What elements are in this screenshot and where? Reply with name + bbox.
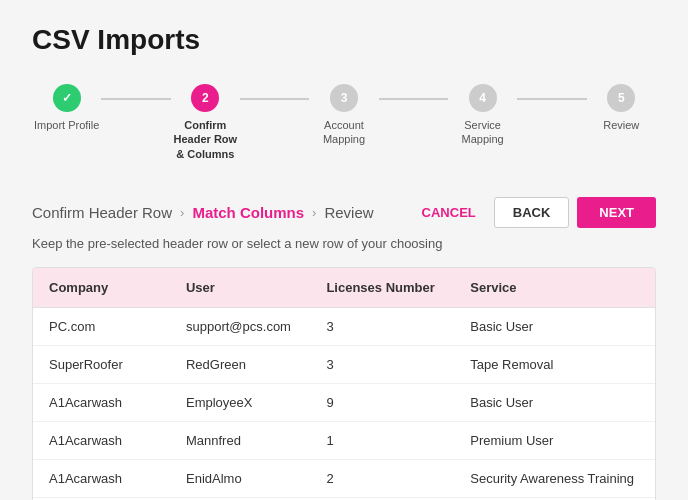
cell-r3-c2: 1 — [310, 421, 454, 459]
cell-r1-c0: SuperRoofer — [33, 345, 170, 383]
cell-r3-c3: Premium User — [454, 421, 655, 459]
next-button[interactable]: NEXT — [577, 197, 656, 228]
action-buttons: CANCEL BACK NEXT — [412, 197, 656, 228]
col-header-user: User — [170, 268, 310, 308]
step-circle-2: 2 — [191, 84, 219, 112]
cell-r1-c3: Tape Removal — [454, 345, 655, 383]
col-header-company: Company — [33, 268, 170, 308]
col-header-service: Service — [454, 268, 655, 308]
step-circle-1: ✓ — [53, 84, 81, 112]
cell-r1-c1: RedGreen — [170, 345, 310, 383]
breadcrumb-sep-2: › — [312, 205, 316, 220]
sub-text: Keep the pre-selected header row or sele… — [32, 236, 656, 251]
cell-r4-c0: A1Acarwash — [33, 459, 170, 497]
step-account-mapping: 3 Account Mapping — [309, 84, 378, 147]
cell-r1-c2: 3 — [310, 345, 454, 383]
table-header-row: Company User Licenses Number Service — [33, 268, 655, 308]
breadcrumb-item-3: Review — [324, 204, 373, 221]
page-container: CSV Imports ✓ Import Profile 2 Confirm H… — [0, 0, 688, 500]
table-container: Company User Licenses Number Service PC.… — [32, 267, 656, 500]
cancel-button[interactable]: CANCEL — [412, 199, 486, 226]
cell-r2-c2: 9 — [310, 383, 454, 421]
step-service-mapping: 4 Service Mapping — [448, 84, 517, 147]
cell-r4-c1: EnidAlmo — [170, 459, 310, 497]
page-title: CSV Imports — [32, 24, 656, 56]
cell-r2-c1: EmployeeX — [170, 383, 310, 421]
step-confirm-header: 2 Confirm Header Row & Columns — [171, 84, 240, 161]
stepper: ✓ Import Profile 2 Confirm Header Row & … — [32, 84, 656, 161]
table-row: A1AcarwashEnidAlmo2Security Awareness Tr… — [33, 459, 655, 497]
table-row: A1AcarwashMannfred1Premium User — [33, 421, 655, 459]
breadcrumb-item-1: Confirm Header Row — [32, 204, 172, 221]
cell-r0-c3: Basic User — [454, 307, 655, 345]
step-circle-5: 5 — [607, 84, 635, 112]
breadcrumb-item-2: Match Columns — [192, 204, 304, 221]
cell-r2-c3: Basic User — [454, 383, 655, 421]
data-table: Company User Licenses Number Service PC.… — [33, 268, 655, 500]
connector-2 — [240, 98, 309, 100]
table-row: A1AcarwashEmployeeX9Basic User — [33, 383, 655, 421]
col-header-licenses: Licenses Number — [310, 268, 454, 308]
table-row: SuperRooferRedGreen3Tape Removal — [33, 345, 655, 383]
cell-r0-c0: PC.com — [33, 307, 170, 345]
connector-3 — [379, 98, 448, 100]
cell-r2-c0: A1Acarwash — [33, 383, 170, 421]
cell-r0-c1: support@pcs.com — [170, 307, 310, 345]
cell-r3-c0: A1Acarwash — [33, 421, 170, 459]
cell-r0-c2: 3 — [310, 307, 454, 345]
action-bar: Confirm Header Row › Match Columns › Rev… — [32, 197, 656, 228]
breadcrumb: Confirm Header Row › Match Columns › Rev… — [32, 204, 374, 221]
cell-r4-c2: 2 — [310, 459, 454, 497]
table-row: PC.comsupport@pcs.com3Basic User — [33, 307, 655, 345]
cell-r4-c3: Security Awareness Training — [454, 459, 655, 497]
step-import-profile: ✓ Import Profile — [32, 84, 101, 132]
step-label-5: Review — [603, 118, 639, 132]
connector-4 — [517, 98, 586, 100]
step-label-4: Service Mapping — [448, 118, 517, 147]
step-label-1: Import Profile — [34, 118, 99, 132]
step-label-2: Confirm Header Row & Columns — [171, 118, 240, 161]
step-label-3: Account Mapping — [309, 118, 378, 147]
breadcrumb-sep-1: › — [180, 205, 184, 220]
step-circle-3: 3 — [330, 84, 358, 112]
connector-1 — [101, 98, 170, 100]
back-button[interactable]: BACK — [494, 197, 570, 228]
step-review: 5 Review — [587, 84, 656, 132]
step-circle-4: 4 — [469, 84, 497, 112]
cell-r3-c1: Mannfred — [170, 421, 310, 459]
